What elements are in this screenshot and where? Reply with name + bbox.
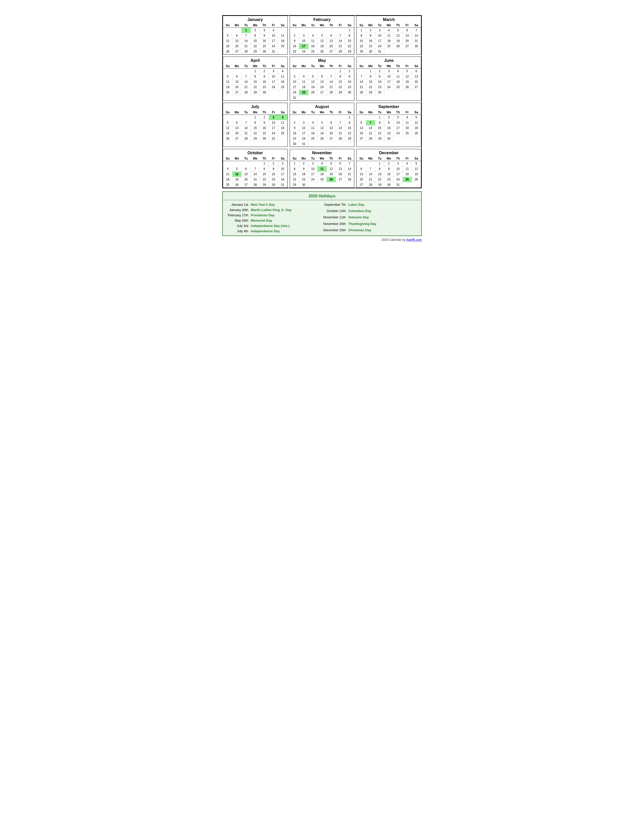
calendar-day <box>357 161 366 166</box>
calendar-day: 17 <box>278 172 287 177</box>
month-may: MaySuMoTuWeThFrSa12345678910111213141516… <box>290 56 354 101</box>
calendar-day: 20 <box>357 177 366 182</box>
calendar-day: 21 <box>357 85 366 90</box>
weekday-header: Th <box>393 156 402 161</box>
calendar-day <box>232 69 242 74</box>
calendar-day: 29 <box>251 49 259 54</box>
calendar-day: 29 <box>375 182 384 188</box>
weekday-header: Tu <box>308 64 317 69</box>
calendar-day: 7 <box>336 33 345 39</box>
calendar-day: 13 <box>317 79 327 85</box>
calendar-day: 20 <box>336 172 345 177</box>
calendar-day: 16 <box>269 172 278 177</box>
calendar-day: 3 <box>269 115 278 120</box>
calendar-day: 1 <box>251 69 259 74</box>
calendar-day: 21 <box>412 39 421 43</box>
calendar-day: 24 <box>393 131 402 136</box>
calendar-day: 2 <box>259 69 269 74</box>
calendar-day: 7 <box>336 120 345 125</box>
calendar-day: 28 <box>366 136 375 142</box>
weekday-header: We <box>385 64 393 69</box>
calendar-day: 2 <box>385 161 393 166</box>
calendar-day: 14 <box>366 172 375 177</box>
calendar-day: 12 <box>223 125 232 131</box>
calendar-day: 18 <box>385 39 393 43</box>
calendar-day: 26 <box>223 49 232 54</box>
calendar-day: 30 <box>345 90 354 95</box>
calendar-day: 24 <box>393 177 402 182</box>
calendar-day: 1 <box>251 115 259 120</box>
calendar-day <box>278 49 287 54</box>
calendar-day: 5 <box>317 33 327 39</box>
calendar-day: 23 <box>259 85 269 90</box>
weekday-header: Fr <box>336 64 345 69</box>
calendar-day: 17 <box>269 79 278 85</box>
calendar-day <box>308 28 317 33</box>
calendar-day: 12 <box>232 172 242 177</box>
calendar-day: 14 <box>242 79 251 85</box>
calendar-day: 9 <box>259 33 269 39</box>
holiday-date: January 20th <box>228 207 248 212</box>
weekday-header: Sa <box>412 64 421 69</box>
weekday-header: Mo <box>232 156 242 161</box>
calendar-day: 15 <box>336 79 345 85</box>
calendar-day: 1 <box>345 115 354 120</box>
calendar-day: 4 <box>269 28 278 33</box>
calendar-day: 23 <box>290 49 299 54</box>
calendar-day: 3 <box>385 69 393 74</box>
calendar-day: 16 <box>366 39 375 43</box>
calendar-day: 7 <box>412 28 421 33</box>
month-january: JanuarySuMoTuWeThFrSa1234567891011121314… <box>223 16 288 55</box>
weekday-header: We <box>251 64 259 69</box>
calendar-day: 25 <box>223 182 232 188</box>
calendar-day: 26 <box>412 177 421 182</box>
calendar-day: 27 <box>232 136 242 142</box>
calendar-day <box>412 136 421 142</box>
calendar-day: 27 <box>242 182 251 188</box>
calendar-day: 7 <box>251 166 259 172</box>
calendar-day: 1 <box>375 115 384 120</box>
calendar-day: 25 <box>278 85 287 90</box>
calendar-day: 24 <box>299 136 308 142</box>
calendar-day: 4 <box>223 166 232 172</box>
weekday-header: Th <box>393 110 402 115</box>
calendar-day: 29 <box>375 136 384 142</box>
calendar-day: 11 <box>278 33 287 39</box>
weekday-header: Su <box>223 64 232 69</box>
calendar-day: 3 <box>308 161 317 166</box>
calendar-day: 10 <box>269 74 278 79</box>
weekday-header: Th <box>327 110 336 115</box>
calendar-day: 10 <box>393 166 402 172</box>
calendar-day: 5 <box>402 69 412 74</box>
weekday-header: Mo <box>366 156 375 161</box>
footer-link[interactable]: AraHR.com <box>406 238 422 241</box>
calendar-day: 7 <box>357 74 366 79</box>
weekday-header: Su <box>357 64 366 69</box>
calendar-day: 11 <box>299 79 308 85</box>
calendar-day: 30 <box>385 136 393 142</box>
calendar-day: 21 <box>336 131 345 136</box>
weekday-header: Mo <box>299 110 308 115</box>
calendar-day: 13 <box>402 33 412 39</box>
weekday-header: Tu <box>308 23 317 28</box>
holiday-name: Independence Day (obs.) <box>251 224 321 228</box>
calendar-day <box>242 161 251 166</box>
calendar-day: 29 <box>357 49 366 54</box>
holiday-name: Independence Day <box>251 229 321 233</box>
calendar-day: 11 <box>317 166 327 172</box>
holiday-name: Christmas Day <box>348 228 416 233</box>
weekday-header: Mo <box>366 110 375 115</box>
month-title: March <box>357 16 421 23</box>
calendar-day: 10 <box>269 33 278 39</box>
calendar-day: 6 <box>317 74 327 79</box>
calendar-day <box>242 69 251 74</box>
weekday-header: Th <box>259 156 269 161</box>
calendar-day: 22 <box>251 43 259 49</box>
weekday-header: Fr <box>402 110 412 115</box>
calendar-day <box>385 49 393 54</box>
holidays-right: September 7thLabor DayOctober 12thColumb… <box>323 202 416 233</box>
calendar-day: 27 <box>327 49 336 54</box>
calendar-day <box>412 182 421 188</box>
holiday-date: July 3rd <box>228 224 248 228</box>
calendar-day: 3 <box>375 28 384 33</box>
